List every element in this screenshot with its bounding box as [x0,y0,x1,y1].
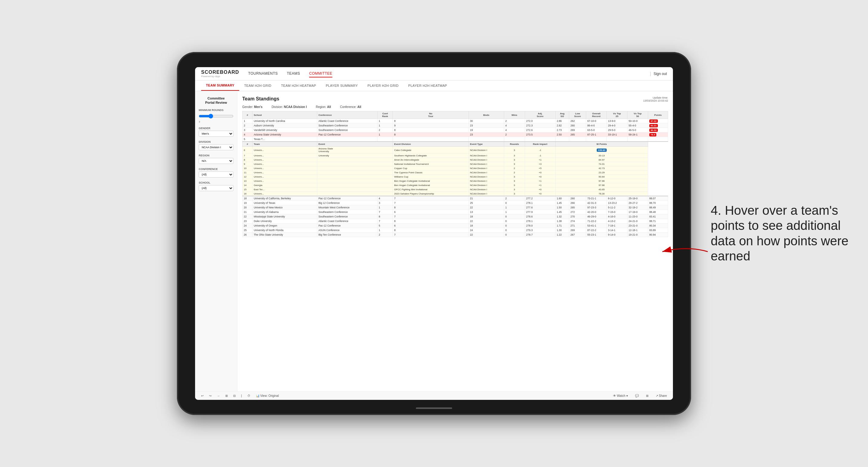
layout-button[interactable]: ⊞ [645,394,650,398]
tab-player-h2h-heatmap[interactable]: PLAYER H2H HEATMAP [403,81,452,91]
main-content: CommitteePortal Review Minimum Rounds 3 … [195,91,673,392]
table-row[interactable]: 18 University of California, Berkeley Pa… [243,196,668,201]
tooltip-row[interactable]: 10 Univers... Copper Cup NCAA Division I… [243,166,668,170]
cell-adj: 277.2 [525,196,555,201]
annotation-label: 4. Hover over a team's points to see add… [711,203,848,263]
cell-rank: 23 [243,219,252,223]
cell-adj [525,137,555,142]
min-rounds-slider[interactable] [199,113,234,120]
col-low-score: LowScore [569,111,586,119]
tab-team-summary[interactable]: TEAM SUMMARY [201,81,239,91]
filter-row: Gender: Men's Division: NCAA Division I … [242,105,668,108]
cell-bnds: 22 [468,219,504,223]
tooltip-col-team: Team [252,142,317,147]
gender-select[interactable]: Men's [199,131,234,137]
tooltip-cell-div: Ben Hogan Collegiate Invitational [393,183,469,188]
conference-select[interactable]: (All) [199,172,234,178]
cell-points[interactable]: 93.31 [648,123,668,128]
forward-button[interactable]: → [216,394,221,398]
cell-overall: 97-23-3 [586,206,607,210]
nav-tournaments[interactable]: TOURNAMENTS [248,70,278,77]
tooltip-row[interactable]: 8 Univers... Amer An Intercollegiate NCA… [243,158,668,162]
cell-conf: Southeastern Conference [317,210,377,214]
tooltip-row-georgia[interactable]: 14 Georgia Ben Hogan Collegiate Invitati… [243,183,668,188]
cell-overall: 55-23-1 [586,232,607,237]
cell-points[interactable]: 80.94 [648,232,668,237]
table-row[interactable]: 26 The Ohio State University Big Ten Con… [243,232,668,237]
cell-vs25: 33-19-1 [607,132,627,137]
redo-button[interactable]: ↪ [208,394,213,398]
cell-overall: 42-31-3 [586,201,607,206]
tooltip-row[interactable]: 11 Univers... The Cypress Point Classic … [243,170,668,175]
cell-vs50: 12-18-1 [627,228,648,232]
table-row[interactable]: 5 Texas T... [243,137,668,142]
table-row[interactable]: 24 University of Oregon Pac-12 Conferenc… [243,223,668,228]
tooltip-cell-team: Univers... [252,175,317,179]
table-row[interactable]: 25 University of North Florida ASUN Conf… [243,228,668,232]
table-row[interactable]: 21 University of Alabama Southeastern Co… [243,210,668,214]
cell-sg: 2.82 [555,123,569,128]
table-row[interactable]: 19 University of Texas Big 12 Conference… [243,201,668,206]
cell-sg: 1.32 [555,214,569,219]
region-select[interactable]: N/A [199,158,234,164]
tooltip-row[interactable]: 6 Univers... Arizona StateUniversity Cab… [243,147,668,154]
watch-button[interactable]: 👁 Watch ▾ [612,394,629,398]
cell-points[interactable]: 97.02 [648,119,668,123]
cell-sg: 1.50 [555,206,569,210]
tooltip-cell-div: Amer An Intercollegiate [393,158,469,162]
tooltip-row[interactable]: 9 Univers... National Invitational Tourn… [243,162,668,166]
cell-points[interactable]: 88.70 [648,201,668,206]
cell-points[interactable]: 90.32 [648,128,668,132]
cell-points[interactable]: 88.49 [648,206,668,210]
paste-button[interactable]: ⊟ [232,394,237,398]
tooltip-col-rounds: Rounds [504,142,525,147]
tooltip-row[interactable]: 13 Univers... Ben Hogan Collegiate Invit… [243,179,668,183]
cell-points[interactable]: 78.5 [648,132,668,137]
nav-committee[interactable]: COMMITTEE [309,70,332,77]
cell-adj: 279.3 [525,228,555,232]
cell-no-tour: 8 [393,119,469,123]
table-row-highlighted[interactable]: 4 Arizona State University Pac-12 Confer… [243,132,668,137]
tab-team-h2h-grid[interactable]: TEAM H2H GRID [239,81,276,91]
view-button[interactable]: 📊 View: Original [255,394,280,398]
sidebar-title: CommitteePortal Review [199,96,234,105]
division-select[interactable]: NCAA Division I [199,144,234,150]
table-row[interactable]: 3 Vanderbilt University Southeastern Con… [243,128,668,132]
tab-player-h2h-grid[interactable]: PLAYER H2H GRID [363,81,403,91]
table-row[interactable]: 23 Duke University Atlantic Coast Confer… [243,219,668,223]
undo-button[interactable]: ↩ [200,394,205,398]
cell-wins: 1 [504,206,525,210]
cell-points[interactable]: 88.48 [648,210,668,214]
tab-team-h2h-heatmap[interactable]: TEAM H2H HEATMAP [276,81,321,91]
comment-button[interactable]: 💬 [634,394,640,398]
cell-points[interactable]: 88.71 [648,219,668,223]
share-button[interactable]: ↗ Share [654,394,668,398]
cell-points[interactable]: 80.34 [648,223,668,228]
table-row[interactable]: 20 University of New Mexico Mountain Wes… [243,206,668,210]
cell-points[interactable]: 88.07 [648,196,668,201]
cell-points[interactable]: 83.89 [648,228,668,232]
tooltip-row[interactable]: 7 Univers... University Southern Highlan… [243,154,668,158]
tab-player-summary[interactable]: PLAYER SUMMARY [321,81,363,91]
cell-points[interactable]: 83.41 [648,214,668,219]
school-select[interactable]: (All) [199,185,234,191]
timer-button[interactable]: ⏱ [246,394,252,398]
tooltip-row[interactable]: 15 East Ter... OFCC Fighting Illini Invi… [243,188,668,192]
logo-area: SCOREBOARD Powered by clippi [201,69,239,78]
cell-vs50 [627,137,648,142]
nav-teams[interactable]: TEAMS [287,70,300,77]
sidebar-region: Region N/A [199,154,234,164]
table-row[interactable]: 2 Auburn University Southeastern Confere… [243,123,668,128]
tooltip-row[interactable]: 16 Univers... 2023 Sahalee Players Champ… [243,192,668,196]
sign-out-button[interactable]: Sign out [654,72,667,76]
copy-button[interactable]: ⊞ [224,394,229,398]
tooltip-cell-rounds: 2 [504,166,525,170]
table-row[interactable]: 22 Mississippi State University Southeas… [243,214,668,219]
cell-points[interactable] [648,137,668,142]
cell-conf-rank: 4 [377,196,393,201]
cell-vs50: 29-27-2 [627,201,648,206]
tooltip-cell-div: Ben Hogan Collegiate Invitational [393,179,469,183]
tooltip-cell-impact: +1 [525,158,555,162]
tooltip-row[interactable]: 12 Univers... Williams Cup NCAA Division… [243,175,668,179]
table-row[interactable]: 1 University of North Carolina Atlantic … [243,119,668,123]
